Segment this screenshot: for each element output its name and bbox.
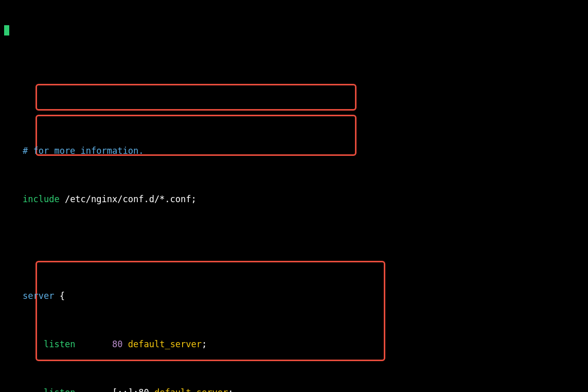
keyword: include [23, 194, 60, 204]
comment-text: # for more information. [23, 146, 144, 156]
code-line[interactable]: server { [0, 290, 588, 302]
keyword: server [23, 291, 54, 301]
keyword: default_server [128, 339, 202, 349]
code-line[interactable]: listen [::]:80 default_server; [0, 387, 588, 392]
text-cursor [4, 25, 9, 35]
code-editor[interactable]: # for more information. include /etc/ngi… [0, 0, 588, 392]
brace: { [54, 291, 64, 301]
semi: ; [228, 387, 233, 392]
number: 80 [112, 339, 128, 349]
code-line[interactable]: # for more information. [0, 145, 588, 157]
highlight-box [35, 84, 357, 111]
code-line[interactable]: listen 80 default_server; [0, 338, 588, 351]
code-line[interactable]: include /etc/nginx/conf.d/*.conf; [0, 193, 588, 206]
code-line[interactable] [0, 242, 588, 254]
text: [::]:80 [112, 387, 154, 392]
directive: listen [44, 387, 75, 392]
semi: ; [202, 339, 207, 349]
keyword: default_server [154, 387, 228, 392]
directive: listen [44, 339, 75, 349]
text: /etc/nginx/conf.d/*.conf; [60, 194, 197, 204]
